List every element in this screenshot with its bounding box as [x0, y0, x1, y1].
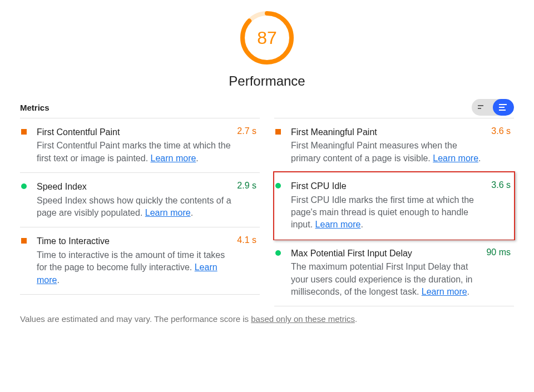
learn-more-link[interactable]: Learn more [151, 153, 196, 163]
metric-value: 2.7 s [237, 126, 256, 165]
status-marker-good-icon [21, 183, 27, 189]
view-toggle [472, 99, 514, 116]
metric-value: 3.6 s [491, 180, 511, 231]
metric-max-potential-fid: Max Potential First Input Delay The maxi… [274, 239, 514, 307]
category-label: Performance [229, 73, 305, 89]
svg-rect-3 [478, 108, 481, 109]
metric-description: First Meaningful Paint measures when the… [291, 140, 488, 165]
metric-first-cpu-idle: First CPU Idle First CPU Idle marks the … [273, 171, 515, 240]
svg-rect-5 [499, 107, 505, 108]
status-marker-good-icon [275, 250, 281, 256]
metric-title: First Meaningful Paint [291, 126, 488, 138]
status-marker-good-icon [275, 183, 281, 188]
status-marker-average-icon [21, 129, 27, 135]
metric-description: Speed Index shows how quickly the conten… [37, 195, 234, 220]
metric-value: 90 ms [486, 247, 511, 299]
metric-title: First CPU Idle [291, 180, 488, 192]
metric-first-meaningful-paint: First Meaningful Paint First Meaningful … [274, 118, 514, 172]
metric-speed-index: Speed Index Speed Index shows how quickl… [20, 172, 260, 227]
metric-description: First Contentful Paint marks the time at… [37, 140, 234, 165]
metric-value: 2.9 s [237, 181, 256, 219]
metric-title: Time to Interactive [37, 235, 234, 247]
metrics-heading: Metrics [20, 103, 50, 112]
learn-more-link[interactable]: Learn more [315, 220, 361, 229]
metric-title: Max Potential First Input Delay [291, 247, 483, 260]
metric-description: The maximum potential First Input Delay … [291, 261, 483, 298]
learn-more-link[interactable]: Learn more [145, 208, 191, 217]
metric-value: 4.1 s [237, 235, 256, 286]
metric-description: Time to interactive is the amount of tim… [37, 249, 234, 286]
view-toggle-expanded[interactable] [493, 99, 514, 116]
disclaimer-link[interactable]: based only on these metrics [251, 314, 355, 324]
status-marker-average-icon [275, 129, 281, 135]
metric-value: 3.6 s [491, 126, 511, 165]
compact-view-icon [478, 104, 487, 111]
metric-first-contentful-paint: First Contentful Paint First Contentful … [20, 118, 260, 172]
metric-title: Speed Index [37, 181, 234, 193]
metric-description: First CPU Idle marks the first time at w… [291, 194, 488, 231]
svg-rect-4 [499, 104, 507, 105]
expanded-view-icon [499, 104, 508, 111]
score-gauge: 87 Performance [20, 10, 514, 89]
disclaimer-text: Values are estimated and may vary. The p… [20, 314, 514, 324]
metric-title: First Contentful Paint [37, 126, 234, 138]
view-toggle-compact[interactable] [472, 99, 493, 116]
learn-more-link[interactable]: Learn more [433, 153, 478, 163]
learn-more-link[interactable]: Learn more [422, 287, 467, 296]
status-marker-average-icon [21, 238, 27, 244]
svg-rect-2 [478, 105, 483, 106]
svg-rect-6 [499, 110, 506, 111]
score-value: 87 [239, 10, 295, 66]
metric-time-to-interactive: Time to Interactive Time to interactive … [20, 227, 260, 295]
